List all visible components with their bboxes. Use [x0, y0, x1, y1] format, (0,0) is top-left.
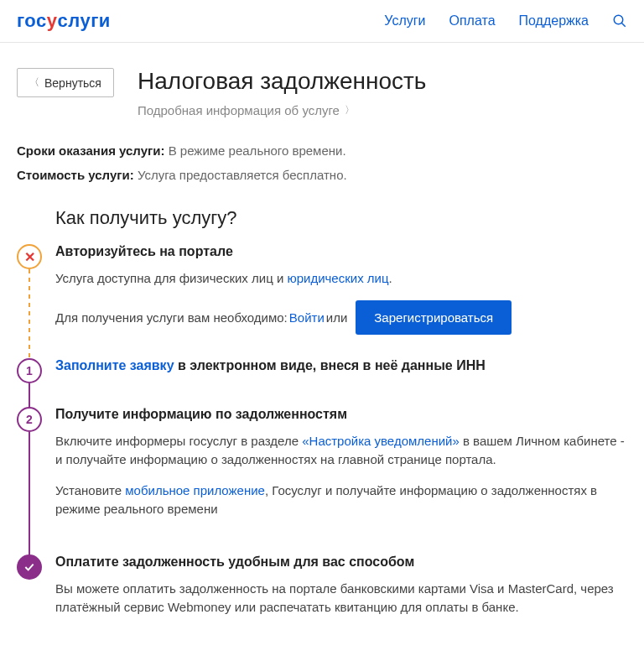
search-icon[interactable]: [612, 13, 627, 29]
step-authorize: ✕ Авторизуйтесь на портале Услуга доступ…: [17, 244, 627, 358]
step-text: Услуга доступна для физических лиц и юри…: [55, 269, 627, 289]
step-fill-form: 1 Заполните заявку в электронном виде, в…: [17, 358, 627, 407]
back-button[interactable]: 〈 Вернуться: [17, 68, 114, 97]
svg-line-1: [621, 23, 626, 27]
steps-title: Как получить услугу?: [55, 207, 627, 229]
chevron-left-icon: 〈: [29, 75, 39, 90]
step-get-info: 2 Получите информацию по задолженностям …: [17, 407, 627, 554]
mobile-app-link[interactable]: мобильное приложение: [125, 483, 265, 497]
meta-time-value: В режиме реального времени.: [169, 143, 346, 158]
step-title: Получите информацию по задолженностям: [55, 407, 627, 422]
title-block: Налоговая задолженность Подробная информ…: [138, 68, 627, 118]
connector: [29, 432, 30, 556]
step-text: Вы можете оплатить задолженность на порт…: [55, 580, 627, 617]
step-marker-2: 2: [17, 407, 42, 432]
steps-section: Как получить услугу? ✕ Авторизуйтесь на …: [0, 192, 644, 656]
step-title: Заполните заявку в электронном виде, вне…: [55, 358, 627, 373]
step-text: Установите мобильное приложение, Госуслу…: [55, 482, 627, 519]
back-button-label: Вернуться: [44, 76, 101, 90]
connector: [29, 269, 30, 360]
meta-cost-value: Услуга предоставляется бесплатно.: [138, 168, 347, 182]
step-marker-1: 1: [17, 358, 42, 383]
step-marker-x-icon: ✕: [17, 244, 42, 269]
meta-time-label: Сроки оказания услуги:: [17, 143, 165, 158]
logo[interactable]: гос у слуги: [17, 10, 111, 32]
meta-time: Сроки оказания услуги: В режиме реальног…: [17, 143, 627, 158]
nav-services[interactable]: Услуги: [384, 13, 425, 29]
step-title: Оплатите задолженность удобным для вас с…: [55, 554, 627, 570]
detail-link[interactable]: Подробная информация об услуге 〉: [138, 103, 355, 117]
logo-part-u: у: [47, 10, 58, 32]
nav-payment[interactable]: Оплата: [449, 13, 495, 29]
service-meta: Сроки оказания услуги: В режиме реальног…: [0, 127, 644, 182]
legal-entities-link[interactable]: юридических лиц: [287, 271, 388, 285]
logo-part-slugi: слуги: [58, 10, 111, 32]
site-header: гос у слуги Услуги Оплата Поддержка: [0, 0, 644, 43]
login-link[interactable]: Войти: [289, 310, 325, 325]
notification-settings-link[interactable]: «Настройка уведомлений»: [302, 434, 460, 448]
page-title: Налоговая задолженность: [138, 68, 627, 95]
steps-list: ✕ Авторизуйтесь на портале Услуга доступ…: [17, 244, 627, 653]
register-button[interactable]: Зарегистрироваться: [356, 300, 512, 335]
title-row: 〈 Вернуться Налоговая задолженность Подр…: [0, 43, 644, 127]
fill-form-link[interactable]: Заполните заявку: [55, 358, 174, 372]
step-marker-check-icon: [17, 554, 42, 580]
step-title: Авторизуйтесь на портале: [55, 244, 627, 259]
nav-support[interactable]: Поддержка: [519, 13, 589, 29]
meta-cost-label: Стоимость услуги:: [17, 168, 134, 182]
detail-link-label: Подробная информация об услуге: [138, 103, 340, 117]
svg-point-0: [614, 15, 623, 24]
top-nav: Услуги Оплата Поддержка: [384, 13, 627, 29]
meta-cost: Стоимость услуги: Услуга предоставляется…: [17, 168, 627, 182]
step-text: Включите информеры госуслуг в разделе «Н…: [55, 432, 627, 470]
logo-part-gos: гос: [17, 10, 47, 32]
login-row: Для получения услуги вам необходимо: Вой…: [55, 300, 627, 335]
chevron-right-icon: 〉: [345, 103, 355, 117]
step-pay: Оплатите задолженность удобным для вас с…: [17, 554, 627, 653]
connector: [29, 383, 30, 409]
